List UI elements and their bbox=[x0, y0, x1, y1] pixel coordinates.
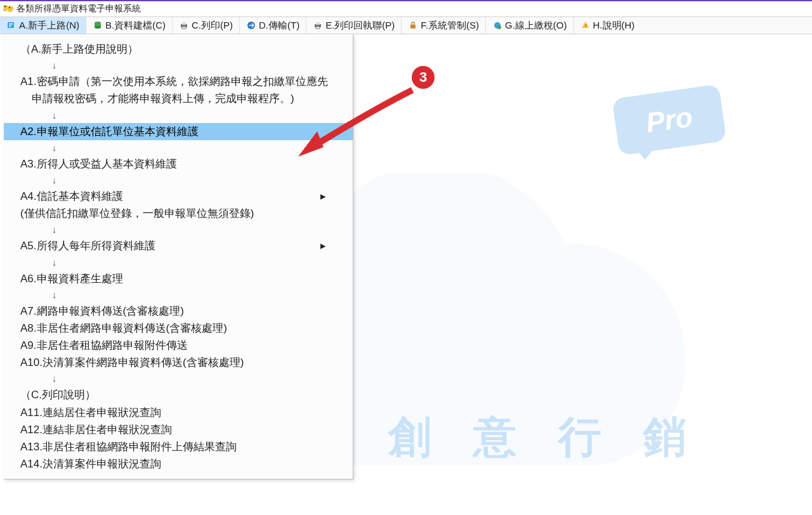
menu-d-transfer[interactable]: D.傳輸(T) bbox=[240, 17, 306, 34]
menu-item-a8-nonresident-upload[interactable]: A8.非居住者網路申報資料傳送(含審核處理) bbox=[4, 320, 353, 337]
transfer-icon bbox=[246, 20, 256, 30]
menu-f-system[interactable]: F.系統管制(S) bbox=[402, 17, 485, 34]
menu-item-c-print-intro[interactable]: （C.列印說明） bbox=[4, 386, 353, 403]
menu-item-a4-note: (僅供信託扣繳單位登錄，一般申報單位無須登錄) bbox=[4, 205, 353, 222]
svg-point-19 bbox=[497, 25, 501, 29]
menu-item-a13-attachment-result[interactable]: A13.非居住者租協網路申報附件上傳結果查詢 bbox=[4, 438, 353, 455]
menu-label: E.列印回執聯(P) bbox=[325, 20, 395, 32]
menu-item-a10-settlement-upload[interactable]: A10.決清算案件網路申報資料傳送(含審核處理) bbox=[4, 354, 353, 371]
svg-rect-11 bbox=[182, 22, 186, 25]
menu-item-label: A5.所得人每年所得資料維護 bbox=[20, 240, 155, 252]
menu-item-a6-generate[interactable]: A6.申報資料產生處理 bbox=[4, 270, 353, 287]
title-bar: 各類所得憑單資料電子申報系統 bbox=[0, 0, 812, 16]
menu-item-a1-password[interactable]: A1.密碼申請（第一次使用本系統，欲採網路申報之扣繳單位應先 bbox=[4, 73, 353, 90]
database-icon bbox=[93, 20, 103, 30]
menu-h-help[interactable]: ! H.說明(H) bbox=[574, 17, 641, 34]
menu-a-newbie[interactable]: A.新手上路(N) bbox=[0, 17, 86, 34]
menu-item-a1-password-cont: 申請報稅密碼，才能將申報資料上傳，完成申報程序。) bbox=[4, 90, 353, 107]
menu-item-a12-nonresident-status[interactable]: A12.連結非居住者申報狀況查詢 bbox=[4, 421, 353, 438]
svg-rect-5 bbox=[9, 23, 13, 25]
svg-rect-4 bbox=[8, 22, 14, 28]
menu-item-a11-resident-status[interactable]: A11.連結居住者申報狀況查詢 bbox=[4, 404, 353, 421]
menu-label: B.資料建檔(C) bbox=[105, 20, 166, 32]
svg-point-1 bbox=[7, 6, 13, 12]
svg-point-9 bbox=[95, 26, 101, 29]
help-icon: ! bbox=[580, 20, 591, 30]
menu-item-a-intro[interactable]: （A.新手上路使用說明） bbox=[4, 41, 353, 58]
menu-label: D.傳輸(T) bbox=[259, 20, 299, 32]
lock-icon bbox=[408, 20, 418, 30]
app-icon bbox=[3, 3, 14, 15]
flow-arrow-icon: ↓ bbox=[4, 140, 353, 155]
watermark-pro-text: Pro bbox=[644, 101, 695, 139]
menu-a-dropdown: （A.新手上路使用說明） ↓ A1.密碼申請（第一次使用本系統，欲採網路申報之扣… bbox=[4, 34, 353, 479]
flow-arrow-icon: ↓ bbox=[4, 222, 353, 237]
svg-rect-6 bbox=[9, 25, 11, 27]
receipt-icon bbox=[313, 20, 323, 30]
svg-text:!: ! bbox=[584, 23, 586, 29]
menu-b-data[interactable]: B.資料建檔(C) bbox=[86, 17, 172, 34]
svg-rect-15 bbox=[316, 22, 320, 25]
svg-rect-16 bbox=[316, 27, 320, 29]
flow-arrow-icon: ↓ bbox=[4, 371, 353, 386]
menu-label: G.線上繳稅(O) bbox=[505, 20, 567, 32]
callout-step-number: 3 bbox=[412, 66, 435, 89]
svg-point-3 bbox=[9, 7, 10, 8]
menu-label: F.系統管制(S) bbox=[421, 20, 479, 32]
wizard-icon bbox=[6, 20, 16, 30]
menu-label: C.列印(P) bbox=[192, 20, 233, 32]
menu-bar: A.新手上路(N) B.資料建檔(C) C.列印(P) D.傳輸(T) E.列印… bbox=[0, 16, 812, 34]
menu-item-a7-upload[interactable]: A7.網路申報資料傳送(含審核處理) bbox=[4, 303, 353, 320]
menu-c-print[interactable]: C.列印(P) bbox=[173, 17, 239, 34]
svg-point-2 bbox=[4, 6, 6, 7]
menu-item-a4-trust[interactable]: A4.信託基本資料維護 ▸ bbox=[4, 188, 353, 205]
menu-item-a14-settlement-status[interactable]: A14.決清算案件申報狀況查詢 bbox=[4, 455, 353, 473]
submenu-arrow-icon: ▸ bbox=[320, 188, 326, 205]
window-title: 各類所得憑單資料電子申報系統 bbox=[16, 3, 141, 15]
menu-e-print-receipt[interactable]: E.列印回執聯(P) bbox=[306, 17, 401, 34]
flow-arrow-icon: ↓ bbox=[4, 108, 353, 123]
menu-item-a9-nonresident-attachment[interactable]: A9.非居住者租協網路申報附件傳送 bbox=[4, 337, 353, 354]
menu-item-a2-unit-data[interactable]: A2.申報單位或信託單位基本資料維護 bbox=[4, 123, 353, 140]
flow-arrow-icon: ↓ bbox=[4, 173, 353, 188]
flow-arrow-icon: ↓ bbox=[4, 255, 353, 270]
menu-item-a5-yearly-income[interactable]: A5.所得人每年所得資料維護 ▸ bbox=[4, 237, 353, 254]
flow-arrow-icon: ↓ bbox=[4, 58, 353, 73]
menu-label: H.說明(H) bbox=[593, 20, 635, 32]
online-pay-icon bbox=[492, 20, 502, 30]
menu-item-a3-beneficiary[interactable]: A3.所得人或受益人基本資料維護 bbox=[4, 155, 353, 173]
menu-g-online-pay[interactable]: G.線上繳稅(O) bbox=[486, 17, 573, 34]
watermark-pro-badge: Pro bbox=[612, 84, 727, 156]
flow-arrow-icon: ↓ bbox=[4, 287, 353, 303]
svg-rect-17 bbox=[410, 25, 416, 29]
svg-rect-12 bbox=[182, 27, 186, 29]
menu-item-label: A4.信託基本資料維護 bbox=[20, 190, 123, 202]
printer-icon bbox=[179, 20, 189, 30]
client-area: Pro 分享家創意行銷 （A.新手上路使用說明） ↓ A1.密碼申請（第一次使用… bbox=[0, 34, 812, 515]
submenu-arrow-icon: ▸ bbox=[320, 237, 326, 254]
menu-label: A.新手上路(N) bbox=[19, 20, 79, 32]
